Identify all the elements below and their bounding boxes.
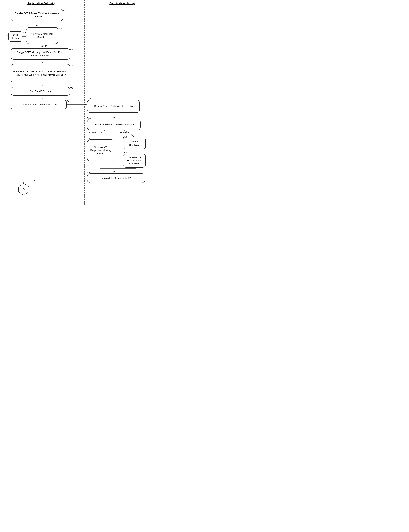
node-250: Generate CA Request Including Certificat… [10,64,70,82]
svg-marker-15 [113,117,115,119]
node-258: Determine Whether To Issue Certificate [87,119,141,130]
node-252: Sign The CA Request [10,87,70,96]
ref-264: 264 [123,151,127,154]
ref-260: 260 [87,137,91,140]
header-ra: Registration Authority [10,2,72,5]
svg-line-16 [100,130,105,133]
ref-246: 246 [22,31,26,34]
svg-marker-1 [36,25,37,27]
node-246: Drop Message [9,31,22,42]
svg-marker-31 [23,182,24,183]
ref-244: 244 [58,27,62,30]
node-260: Generate CA Response Indicating Failure [87,139,114,162]
ref-262: 262 [123,135,127,138]
node-242: Receive SCEP Router Enrollment Message F… [10,9,63,21]
node-254: Transmit Signed CA Request To CA [10,100,67,109]
svg-marker-29 [113,171,115,173]
header-ca: Certificate Authority [93,2,151,5]
node-266: Transmit CA Response To RA [87,173,145,183]
svg-marker-11 [41,98,43,99]
ref-252: 252 [70,87,74,90]
column-divider [84,0,85,205]
node-264: Generate CA Response With Certificate [123,153,146,168]
connector-a-svg: A [19,183,29,195]
no-issue-label: No Issue [88,131,96,134]
node-248: Decrypt SCEP Message And Extract Certifi… [10,48,70,60]
svg-marker-7 [41,62,43,63]
node-244: Verify SCEP Message Signature [26,27,58,44]
ref-242: 242 [63,9,66,12]
ref-258: 258 [87,117,91,119]
svg-marker-18 [99,138,101,139]
node-262: Generate Certificate [123,138,146,149]
svg-line-20 [130,133,133,136]
svg-marker-33 [34,180,35,181]
svg-text:A: A [23,188,25,190]
ref-250: 250 [70,64,74,67]
ref-254: 254 [66,100,70,102]
ref-248: 248 [70,48,74,51]
ref-266: 266 [87,171,91,174]
svg-marker-21 [133,136,134,137]
yes-issue-label: Yes Issue [119,131,128,134]
svg-marker-9 [41,85,43,86]
ref-256: 256 [87,97,91,100]
flowchart-container: Registration Authority Certificate Autho… [0,0,158,205]
svg-marker-23 [135,152,137,153]
svg-marker-13 [85,104,87,105]
node-256: Receive Signed CA Request From RA [87,100,140,113]
